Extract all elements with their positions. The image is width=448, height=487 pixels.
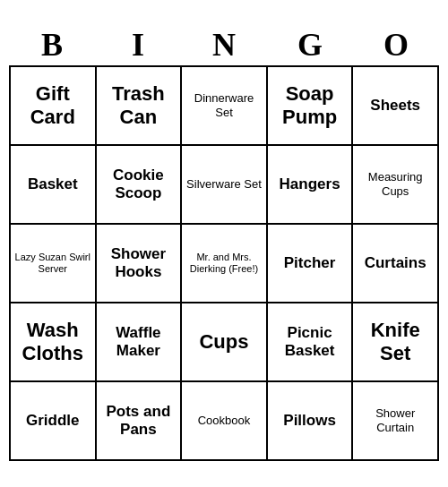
cell-text: Silverware Set [186, 177, 262, 192]
cell-r3-c2: Cups [182, 303, 268, 382]
cell-r4-c1: Pots and Pans [97, 382, 183, 461]
cell-text: Curtains [365, 254, 426, 272]
cell-text: Sheets [370, 97, 420, 115]
cell-text: Basket [28, 175, 78, 193]
cell-r0-c3: Soap Pump [268, 67, 354, 146]
cell-text: Soap Pump [271, 82, 349, 130]
cell-text: Cookbook [198, 414, 251, 428]
bingo-header: BINGO [9, 26, 439, 64]
cell-text: Lazy Suzan Swirl Server [14, 252, 91, 275]
cell-r2-c4: Curtains [353, 225, 439, 303]
cell-r2-c2: Mr. and Mrs. Dierking (Free!) [182, 225, 268, 303]
cell-text: Pots and Pans [100, 403, 177, 440]
cell-r1-c0: Basket [11, 146, 97, 225]
cell-r3-c3: Picnic Basket [268, 303, 354, 382]
cell-r1-c1: Cookie Scoop [97, 146, 183, 225]
cell-r1-c3: Hangers [268, 146, 354, 225]
cell-r0-c2: Dinnerware Set [182, 67, 268, 146]
cell-text: Gift Card [14, 82, 91, 130]
cell-text: Picnic Basket [271, 324, 349, 361]
cell-text: Cups [199, 330, 248, 354]
cell-r1-c2: Silverware Set [182, 146, 268, 225]
cell-r0-c0: Gift Card [11, 67, 97, 146]
cell-r4-c3: Pillows [268, 382, 354, 461]
cell-text: Shower Curtain [357, 406, 434, 434]
cell-r2-c1: Shower Hooks [97, 225, 183, 303]
cell-text: Hangers [280, 175, 340, 193]
cell-text: Dinnerware Set [185, 91, 263, 119]
cell-text: Knife Set [357, 319, 434, 366]
cell-r4-c0: Griddle [11, 382, 97, 461]
header-letter: O [353, 26, 439, 64]
cell-text: Griddle [26, 412, 80, 430]
cell-text: Trash Can [100, 82, 177, 130]
bingo-grid: Gift CardTrash CanDinnerware SetSoap Pum… [9, 65, 439, 461]
cell-r3-c1: Waffle Maker [97, 303, 183, 382]
cell-text: Measuring Cups [357, 170, 434, 198]
cell-text: Waffle Maker [100, 324, 177, 361]
cell-text: Cookie Scoop [100, 167, 177, 203]
cell-r3-c0: Wash Cloths [11, 303, 97, 382]
header-letter: G [267, 26, 353, 64]
header-letter: N [181, 26, 267, 64]
cell-r0-c4: Sheets [353, 67, 439, 146]
bingo-card: BINGO Gift CardTrash CanDinnerware SetSo… [9, 26, 439, 461]
header-letter: B [9, 26, 95, 64]
cell-r4-c4: Shower Curtain [353, 382, 439, 461]
cell-r2-c0: Lazy Suzan Swirl Server [11, 225, 97, 303]
header-letter: I [95, 26, 181, 64]
cell-r4-c2: Cookbook [182, 382, 268, 461]
cell-text: Mr. and Mrs. Dierking (Free!) [185, 252, 263, 275]
cell-text: Wash Cloths [14, 319, 91, 366]
cell-text: Pillows [283, 412, 336, 430]
cell-r1-c4: Measuring Cups [353, 146, 439, 225]
cell-r0-c1: Trash Can [97, 67, 183, 146]
cell-text: Pitcher [284, 254, 336, 272]
cell-r3-c4: Knife Set [353, 303, 439, 382]
cell-r2-c3: Pitcher [268, 225, 354, 303]
cell-text: Shower Hooks [100, 245, 177, 282]
